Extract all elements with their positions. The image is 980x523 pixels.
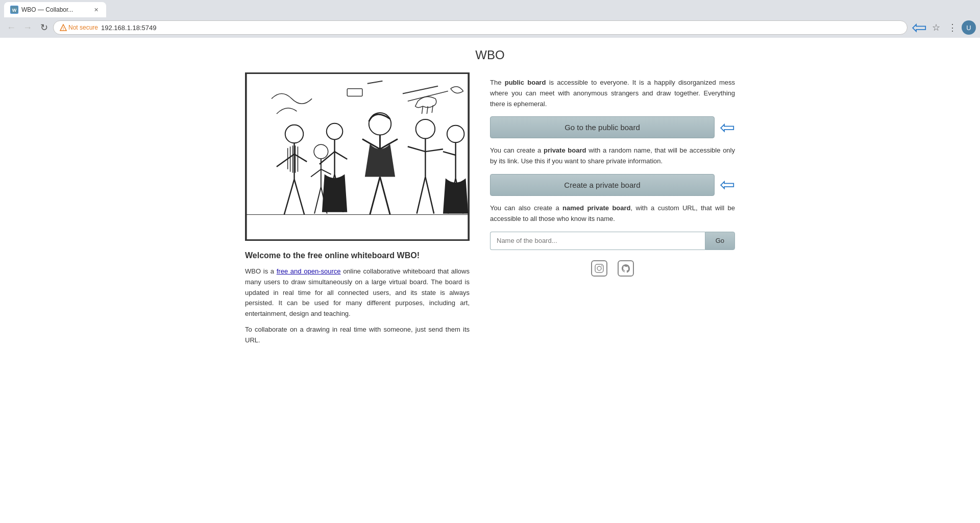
named-board-desc: You can also create a named private boar…: [490, 203, 735, 225]
tab-close-button[interactable]: ✕: [92, 6, 100, 14]
public-board-button[interactable]: Go to the public board: [490, 116, 715, 138]
security-warning: ! Not secure: [60, 24, 98, 31]
board-name-row: Go: [490, 232, 735, 250]
instagram-icon[interactable]: [591, 260, 607, 277]
tab-title: WBO — Collabor...: [21, 6, 89, 13]
social-icons: [490, 260, 735, 277]
whiteboard-illustration: [245, 72, 470, 241]
private-board-button[interactable]: Create a private board: [490, 174, 715, 196]
public-board-arrow-annotation: ⇦: [720, 117, 735, 138]
private-board-bold: private board: [544, 146, 586, 154]
main-layout: Welcome to the free online whiteboard WB…: [245, 72, 735, 351]
public-board-desc: The public board is accessible to everyo…: [490, 78, 735, 109]
board-name-input[interactable]: [490, 232, 705, 250]
left-column: Welcome to the free online whiteboard WB…: [245, 72, 470, 351]
bookmark-button[interactable]: ☆: [929, 20, 943, 35]
forward-button[interactable]: →: [20, 20, 35, 35]
private-board-button-row: Create a private board ⇦: [490, 174, 735, 196]
browser-tab[interactable]: W WBO — Collabor... ✕: [4, 2, 106, 17]
page-title: WBO: [475, 48, 504, 62]
svg-text:W: W: [12, 8, 17, 13]
toolbar-right: ☆ ⋮ U: [929, 20, 976, 35]
github-icon[interactable]: [618, 260, 634, 277]
back-button[interactable]: ←: [4, 20, 18, 35]
user-avatar[interactable]: U: [962, 20, 976, 35]
address-text: 192.168.1.18:5749: [101, 24, 156, 32]
named-board-section: Go: [490, 232, 735, 250]
svg-point-53: [597, 266, 601, 270]
welcome-paragraph-1: WBO is a free and open-source online col…: [245, 266, 470, 319]
page-content: WBO: [0, 38, 980, 505]
open-source-link[interactable]: free and open-source: [277, 267, 341, 275]
public-board-button-row: Go to the public board ⇦: [490, 116, 735, 138]
svg-point-54: [601, 265, 602, 266]
private-board-desc: You can create a private board with a ra…: [490, 145, 735, 167]
board-go-button[interactable]: Go: [705, 232, 735, 250]
right-column: The public board is accessible to everyo…: [490, 72, 735, 277]
public-board-bold: public board: [505, 79, 546, 86]
address-bar[interactable]: ! Not secure 192.168.1.18:5749: [53, 20, 908, 35]
reload-button[interactable]: ↻: [37, 20, 51, 35]
welcome-heading: Welcome to the free online whiteboard WB…: [245, 251, 470, 260]
welcome-paragraph-2: To collaborate on a drawing in real time…: [245, 325, 470, 346]
tab-favicon: W: [10, 6, 18, 14]
menu-button[interactable]: ⋮: [945, 20, 960, 35]
private-board-arrow-annotation: ⇦: [720, 174, 735, 195]
named-board-bold: named private board: [562, 204, 630, 212]
address-arrow-annotation: ⇦: [912, 17, 927, 38]
svg-text:!: !: [63, 26, 64, 31]
